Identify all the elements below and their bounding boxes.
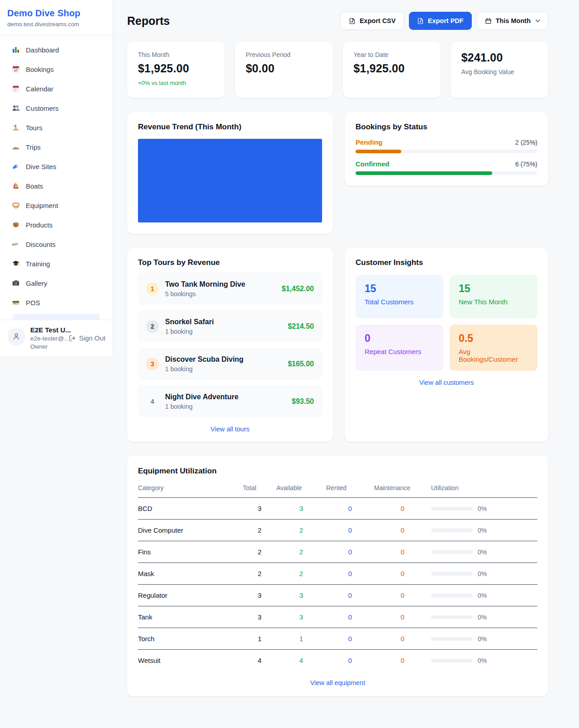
sidebar-item-products[interactable]: Products <box>6 217 106 233</box>
col-header-available: Available <box>276 484 326 498</box>
view-all-tours-link[interactable]: View all tours <box>138 425 322 433</box>
sidebar-item-label: Gallery <box>26 279 47 287</box>
status-row-confirmed: Confirmed 6 (75%) <box>356 160 537 175</box>
stat-card-year-to-date: Year to Date $1,925.00 <box>343 42 441 98</box>
sidebar-item-training[interactable]: Training <box>6 255 106 272</box>
utilization-cell: 0% <box>431 527 537 534</box>
stat-label: Previous Period <box>246 51 322 58</box>
cell-available: 3 <box>276 606 326 628</box>
speedboat-icon <box>12 143 20 151</box>
tear-off-calendar-icon <box>12 85 20 93</box>
utilization-cell: 0% <box>431 614 537 621</box>
shop-name: Demo Dive Shop <box>7 8 105 19</box>
utilization-bar <box>431 594 473 597</box>
stat-value: $0.00 <box>246 62 322 75</box>
credit-card-icon <box>12 298 20 307</box>
bookings-by-status-card: Bookings by Status Pending 2 (25%) Confi… <box>345 112 548 186</box>
status-count: 6 (75%) <box>515 161 537 168</box>
file-download-icon <box>349 18 356 24</box>
tag-icon <box>12 240 20 248</box>
insight-label: Avg Bookings/Customer <box>459 348 528 363</box>
sidebar-item-dive-sites[interactable]: Dive Sites <box>6 158 106 175</box>
cell-category: Torch <box>138 628 243 650</box>
sidebar-item-trips[interactable]: Trips <box>6 139 106 155</box>
insight-total-customers: 15 Total Customers <box>356 275 443 318</box>
export-pdf-button[interactable]: Export PDF <box>409 12 472 30</box>
status-count: 2 (25%) <box>515 139 537 146</box>
sidebar-item-partial-active[interactable] <box>13 314 100 320</box>
cell-total: 4 <box>243 650 276 671</box>
status-bar-fill <box>356 150 401 153</box>
customer-insights-title: Customer Insights <box>356 258 537 267</box>
stat-card-previous-period: Previous Period $0.00 <box>235 42 332 98</box>
insight-label: Total Customers <box>365 298 434 306</box>
cell-category: Tank <box>138 606 243 628</box>
status-bar-fill <box>356 171 492 175</box>
sidebar-item-gallery[interactable]: Gallery <box>6 275 106 291</box>
table-row: Fins 2 2 0 0 0% <box>138 541 537 563</box>
equipment-utilization-card: Equipment Utilization Category Total Ava… <box>127 455 548 696</box>
cell-total: 3 <box>243 606 276 628</box>
cell-available: 2 <box>276 541 326 563</box>
sidebar-item-dashboard[interactable]: Dashboard <box>6 42 106 58</box>
sidebar-item-calendar[interactable]: Calendar <box>6 80 106 97</box>
export-csv-button[interactable]: Export CSV <box>341 12 404 30</box>
tour-bookings: 1 booking <box>165 403 238 410</box>
table-row: Mask 2 2 0 0 0% <box>138 563 537 585</box>
cell-maintenance: 0 <box>374 498 431 520</box>
tour-revenue: $214.50 <box>288 322 314 331</box>
sidebar-item-label: Products <box>26 221 52 229</box>
period-dropdown[interactable]: This Month <box>477 12 548 30</box>
sidebar-item-tours[interactable]: Tours <box>6 119 106 136</box>
sidebar-item-label: Dashboard <box>26 46 59 54</box>
cell-available: 4 <box>276 650 326 671</box>
sidebar-item-label: Trips <box>26 143 41 151</box>
table-row: Wetsuit 4 4 0 0 0% <box>138 650 537 671</box>
tour-row: 4 Night Dive Adventure 1 booking $93.50 <box>138 385 322 417</box>
revenue-trend-chart <box>138 139 322 222</box>
cell-maintenance: 0 <box>374 541 431 563</box>
header-actions: Export CSV Export PDF This Month <box>341 12 548 30</box>
sidebar-item-label: Calendar <box>26 85 53 93</box>
insight-grid: 15 Total Customers 15 New This Month 0 R… <box>356 275 537 371</box>
sidebar-item-label: POS <box>26 299 40 307</box>
tour-bookings: 1 booking <box>165 328 214 335</box>
stat-card-avg-booking-value: $241.00 Avg Booking Value <box>451 42 548 98</box>
sign-out-button[interactable]: Sign Out <box>69 334 105 342</box>
sidebar: Demo Dive Shop demo.test.divestreams.com… <box>0 0 113 357</box>
cell-maintenance: 0 <box>374 606 431 628</box>
col-header-utilization: Utilization <box>431 484 537 498</box>
cell-rented: 0 <box>326 563 374 585</box>
utilization-percent: 0% <box>478 548 487 556</box>
view-all-customers-link[interactable]: View all customers <box>356 379 537 386</box>
utilization-bar <box>431 615 473 619</box>
tour-row: 1 Two Tank Morning Dive 5 bookings $1,45… <box>138 273 322 305</box>
sidebar-item-pos[interactable]: POS <box>6 294 106 311</box>
sidebar-item-discounts[interactable]: Discounts <box>6 236 106 252</box>
cell-available: 2 <box>276 520 326 541</box>
sidebar-item-bookings[interactable]: 17 Bookings <box>6 61 106 77</box>
user-meta: E2E Test U... e2e-tester@... Owner <box>30 326 64 350</box>
cell-maintenance: 0 <box>374 520 431 541</box>
shop-header: Demo Dive Shop demo.test.divestreams.com <box>0 0 113 35</box>
logout-icon <box>69 335 76 342</box>
customer-insights-card: Customer Insights 15 Total Customers 15 … <box>345 248 548 442</box>
sidebar-item-customers[interactable]: Customers <box>6 100 106 116</box>
cell-rented: 0 <box>326 498 374 520</box>
tour-revenue: $1,452.00 <box>282 285 314 293</box>
view-all-equipment-link[interactable]: View all equipment <box>138 679 537 686</box>
utilization-bar <box>431 637 473 641</box>
tour-revenue: $93.50 <box>292 397 314 406</box>
sidebar-item-equipment[interactable]: Equipment <box>6 197 106 213</box>
sidebar-item-label: Equipment <box>26 202 58 209</box>
top-tours-card: Top Tours by Revenue 1 Two Tank Morning … <box>127 248 333 442</box>
utilization-cell: 0% <box>431 635 537 643</box>
sidebar-item-boats[interactable]: Boats <box>6 178 106 194</box>
sidebar-item-label: Boats <box>26 182 43 190</box>
sidebar-item-label: Bookings <box>26 66 54 73</box>
utilization-percent: 0% <box>478 635 487 643</box>
status-bar-track <box>356 150 537 153</box>
status-row-pending: Pending 2 (25%) <box>356 138 537 153</box>
cell-category: BCD <box>138 498 243 520</box>
utilization-bar <box>431 529 473 532</box>
